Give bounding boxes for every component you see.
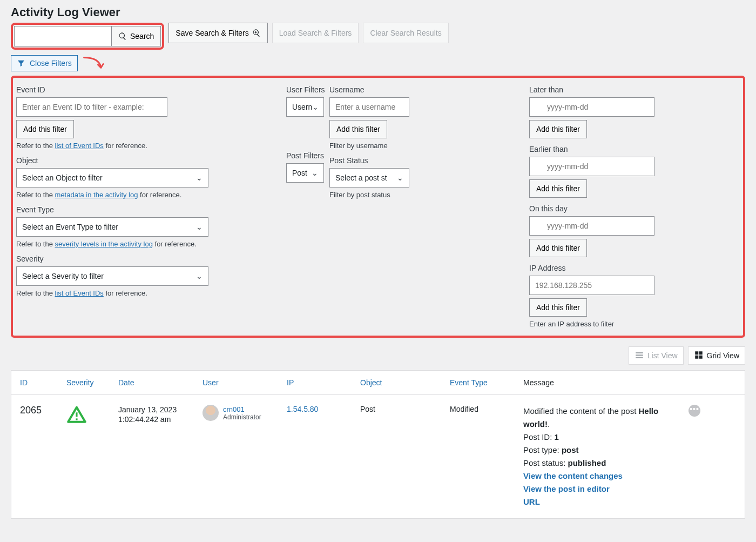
col-user[interactable]: User (202, 378, 284, 387)
col-severity[interactable]: Severity (66, 378, 115, 387)
row-user: crn001 Administrator (202, 405, 284, 421)
object-select[interactable]: Select an Object to filter⌄ (16, 168, 208, 188)
page-title: Activity Log Viewer (11, 5, 745, 19)
add-on-this-day-filter[interactable]: Add this filter (529, 239, 587, 257)
annotation-arrow-icon (82, 55, 105, 71)
chevron-down-icon: ⌄ (397, 173, 403, 182)
svg-rect-1 (76, 418, 77, 420)
event-id-input[interactable] (16, 97, 167, 117)
add-username-filter[interactable]: Add this filter (329, 120, 387, 138)
chevron-down-icon: ⌄ (312, 169, 318, 177)
grid-icon (694, 350, 704, 362)
close-filters-button[interactable]: Close Filters (11, 55, 78, 71)
grid-view-button[interactable]: Grid View (688, 346, 745, 365)
row-ip-link[interactable]: 1.54.5.80 (287, 405, 357, 413)
chevron-down-icon: ⌄ (196, 272, 202, 280)
save-search-label: Save Search & Filters (176, 29, 248, 37)
list-view-button[interactable]: List View (629, 346, 684, 365)
post-filters-select[interactable]: Post⌄ (286, 163, 324, 183)
severity-levels-link[interactable]: severity levels in the activity log (55, 240, 153, 248)
on-this-day-input[interactable] (529, 216, 654, 236)
list-icon (634, 350, 644, 362)
add-earlier-than-filter[interactable]: Add this filter (529, 179, 587, 198)
row-event-type: Modified (450, 405, 520, 413)
ip-input[interactable] (529, 276, 654, 295)
on-this-day-label: On this day (529, 204, 670, 213)
svg-rect-0 (76, 412, 77, 417)
event-type-select[interactable]: Select an Event Type to filter⌄ (16, 217, 208, 237)
view-toggle: List View Grid View (11, 346, 745, 365)
funnel-icon (17, 59, 25, 68)
row-actions-button[interactable]: ••• (688, 405, 700, 417)
username-help: Filter by username (329, 142, 529, 150)
load-search-label: Load Search & Filters (279, 29, 352, 37)
view-post-editor-link[interactable]: View the post in editor (523, 484, 610, 493)
severity-select[interactable]: Select a Severity to filter⌄ (16, 266, 208, 286)
event-ids-link-2[interactable]: list of Event IDs (55, 289, 104, 297)
post-status-label: Post Status (329, 156, 529, 165)
earlier-than-input[interactable] (529, 157, 654, 176)
chevron-down-icon: ⌄ (196, 223, 202, 231)
table-row: 2065 January 13, 2023 1:02:44.242 am crn… (11, 395, 745, 518)
row-message: Modified the content of the post Hello w… (523, 405, 685, 508)
add-event-id-filter[interactable]: Add this filter (16, 120, 74, 138)
user-name-link[interactable]: crn001 (223, 405, 261, 413)
search-icon (118, 32, 127, 41)
event-ids-link[interactable]: list of Event IDs (55, 142, 104, 150)
later-than-label: Later than (529, 85, 670, 94)
post-filters-label: Post Filters (286, 151, 329, 160)
chevron-down-icon: ⌄ (312, 103, 319, 111)
search-input[interactable] (14, 26, 111, 46)
ip-help: Enter an IP address to filter (529, 320, 670, 328)
severity-label: Severity (16, 255, 286, 263)
user-filters-select[interactable]: Usern⌄ (286, 97, 324, 117)
log-table: ID Severity Date User IP Object Event Ty… (11, 370, 745, 519)
clear-search-button[interactable]: Clear Search Results (363, 23, 448, 43)
url-link[interactable]: URL (523, 497, 540, 506)
object-help: Refer to the metadata in the activity lo… (16, 191, 286, 199)
toolbar: Search Save Search & Filters Load Search… (11, 23, 745, 50)
event-type-label: Event Type (16, 205, 286, 214)
severity-warning-icon (66, 405, 115, 427)
post-status-select[interactable]: Select a post st⌄ (329, 168, 409, 188)
row-id: 2065 (20, 405, 63, 416)
search-button-label: Search (130, 32, 154, 41)
col-id[interactable]: ID (20, 378, 63, 387)
chevron-down-icon: ⌄ (196, 173, 202, 182)
user-role: Administrator (223, 413, 261, 421)
ip-label: IP Address (529, 264, 670, 272)
search-plus-icon (252, 29, 261, 37)
add-later-than-filter[interactable]: Add this filter (529, 120, 587, 138)
event-id-label: Event ID (16, 85, 286, 94)
row-date: January 13, 2023 1:02:44.242 am (118, 405, 199, 424)
col-event-type[interactable]: Event Type (450, 378, 520, 387)
metadata-link[interactable]: metadata in the activity log (55, 191, 138, 199)
save-search-button[interactable]: Save Search & Filters (168, 23, 267, 43)
severity-help: Refer to the list of Event IDs for refer… (16, 289, 286, 297)
row-object: Post (360, 405, 447, 413)
table-header: ID Severity Date User IP Object Event Ty… (11, 371, 745, 395)
object-label: Object (16, 156, 286, 165)
avatar (202, 405, 219, 421)
filters-panel: Event ID Add this filter Refer to the li… (11, 76, 745, 338)
view-content-changes-link[interactable]: View the content changes (523, 471, 623, 480)
clear-search-label: Clear Search Results (370, 29, 441, 37)
event-type-help: Refer to the severity levels in the acti… (16, 240, 286, 248)
post-status-help: Filter by post status (329, 191, 529, 199)
username-label: Username (329, 85, 529, 94)
user-filters-label: User Filters (286, 85, 329, 94)
col-ip[interactable]: IP (287, 378, 357, 387)
event-id-help: Refer to the list of Event IDs for refer… (16, 142, 286, 150)
add-ip-filter[interactable]: Add this filter (529, 298, 587, 317)
col-object[interactable]: Object (360, 378, 447, 387)
search-button[interactable]: Search (111, 26, 161, 46)
later-than-input[interactable] (529, 97, 654, 117)
col-message: Message (523, 378, 685, 387)
search-highlight: Search (11, 23, 164, 50)
load-search-button[interactable]: Load Search & Filters (272, 23, 359, 43)
close-filters-label: Close Filters (30, 59, 72, 68)
username-input[interactable] (329, 97, 409, 117)
col-date[interactable]: Date (118, 378, 199, 387)
earlier-than-label: Earlier than (529, 145, 670, 153)
